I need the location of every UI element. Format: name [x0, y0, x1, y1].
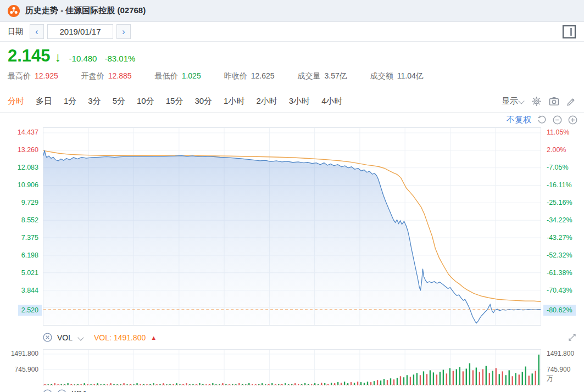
tab-1分[interactable]: 1分: [64, 96, 76, 107]
axis-label: 2.00%: [547, 146, 566, 154]
no-adjust-link[interactable]: 不复权: [507, 115, 531, 125]
date-toolbar: 日期 ‹ 2019/01/17 ›: [0, 22, 584, 42]
display-label: 显示: [502, 96, 518, 105]
tab-3小时[interactable]: 3小时: [289, 96, 310, 107]
date-label: 日期: [8, 27, 23, 37]
axis-label: 6.198: [21, 251, 38, 259]
price-chart-plot[interactable]: [43, 127, 541, 326]
stat-label: 成交量: [298, 71, 321, 81]
axis-label: 10.906: [18, 181, 38, 189]
draw-pencil-icon[interactable]: [566, 97, 576, 107]
quote-stats: 最高价12.925开盘价12.885最低价1.025昨收价12.625成交量3.…: [8, 71, 576, 81]
indicator-dropdown[interactable]: [77, 333, 84, 343]
app-logo: [8, 5, 20, 17]
stat-item: 昨收价12.625: [224, 71, 275, 81]
display-dropdown[interactable]: 显示: [502, 96, 524, 107]
date-input[interactable]: 2019/01/17: [47, 24, 113, 39]
vol-value: VOL: 1491.800: [94, 333, 146, 342]
screenshot-camera-icon[interactable]: [549, 96, 559, 107]
volume-chart-plot[interactable]: [43, 349, 541, 385]
stat-value: 3.57亿: [325, 71, 347, 81]
tab-3分[interactable]: 3分: [88, 96, 101, 107]
title-bar: 历史走势 - 佳源国际控股 (02768): [0, 0, 584, 22]
tab-分时[interactable]: 分时: [8, 96, 24, 107]
percent-axis-right: 11.05%2.00%-7.05%-16.11%-25.16%-34.22%-4…: [541, 127, 584, 326]
settings-gear-icon[interactable]: [531, 96, 542, 107]
prev-date-button[interactable]: ‹: [30, 24, 44, 39]
vol-up-triangle-icon: ▲: [151, 334, 157, 341]
side-panel-toggle-icon[interactable]: [562, 25, 576, 39]
stat-item: 最高价12.925: [8, 71, 58, 81]
volume-row: 1491.800745.900 1491.800745.900万: [0, 349, 584, 385]
axis-label: 2.520: [18, 305, 42, 316]
stat-label: 最低价: [155, 71, 178, 81]
stat-value: 11.04亿: [397, 71, 424, 81]
window-title: 历史走势 - 佳源国际控股 (02768): [25, 5, 146, 16]
axis-label: -70.43%: [547, 287, 572, 294]
down-arrow-icon: ↓: [55, 51, 62, 64]
axis-label: 12.083: [18, 164, 38, 171]
stat-value: 1.025: [182, 71, 201, 81]
price-change: -10.480: [69, 54, 97, 63]
axis-label: 万: [547, 374, 553, 383]
axis-label: -80.62%: [543, 305, 576, 316]
axis-label: 7.375: [21, 234, 38, 242]
indicator-name: KDJ: [71, 389, 86, 392]
chevron-down-icon: [519, 98, 524, 103]
tab-2小时[interactable]: 2小时: [256, 96, 277, 107]
stat-label: 最高价: [8, 71, 31, 81]
zoom-out-icon[interactable]: [553, 115, 562, 125]
tab-10分[interactable]: 10分: [137, 96, 154, 107]
close-indicator-icon[interactable]: [43, 333, 52, 342]
tab-多日[interactable]: 多日: [36, 96, 52, 107]
period-tabs: 分时多日1分3分5分10分15分30分1小时2小时3小时4小时: [8, 96, 342, 107]
axis-label: -61.38%: [547, 269, 572, 277]
tab-30分[interactable]: 30分: [194, 96, 212, 107]
expand-icon[interactable]: [568, 333, 576, 341]
kdj-row-clipped: KDJ: [0, 385, 584, 392]
tab-1小时[interactable]: 1小时: [224, 96, 244, 107]
zoom-in-icon[interactable]: [568, 115, 577, 125]
stat-value: 12.925: [35, 71, 58, 81]
stat-label: 成交额: [370, 71, 393, 81]
stat-value: 12.885: [108, 71, 132, 81]
price-axis-left: 14.43713.26012.08310.9069.7298.5527.3756…: [0, 127, 43, 326]
next-date-button[interactable]: ›: [116, 24, 131, 39]
axis-label: 1491.800: [547, 350, 574, 357]
axis-label: 745.900: [547, 366, 570, 373]
axis-label: 8.552: [21, 216, 38, 224]
volume-axis-right: 1491.800745.900万: [541, 349, 584, 385]
adjust-row: 不复权: [0, 113, 584, 127]
chevron-down-icon: [79, 334, 84, 339]
axis-label: -52.32%: [547, 251, 572, 259]
axis-label: 3.844: [21, 287, 38, 294]
close-indicator-icon[interactable]: [43, 389, 52, 392]
last-price: 2.145: [8, 47, 51, 64]
axis-label: -16.11%: [547, 181, 572, 189]
stat-item: 最低价1.025: [155, 71, 201, 81]
axis-label: -7.05%: [547, 164, 569, 171]
indicator-dropdown[interactable]: [57, 389, 66, 392]
vol-header: VOL VOL: 1491.800 ▲: [0, 326, 584, 349]
axis-label: -43.27%: [547, 234, 572, 242]
stat-item: 成交额11.04亿: [370, 71, 424, 81]
axis-label: 1491.800: [11, 350, 38, 357]
tab-15分[interactable]: 15分: [166, 96, 183, 107]
tab-5分[interactable]: 5分: [113, 96, 125, 107]
axis-label: 9.729: [21, 199, 38, 206]
price-change-percent: -83.01%: [104, 54, 135, 63]
undo-icon[interactable]: [537, 115, 547, 125]
axis-label: 11.05%: [547, 128, 569, 136]
period-tabbar: 分时多日1分3分5分10分15分30分1小时2小时3小时4小时 显示: [0, 91, 584, 113]
axis-label: 5.021: [21, 269, 38, 277]
axis-label: -34.22%: [547, 216, 572, 224]
quote-panel: 2.145 ↓ -10.480 -83.01% 最高价12.925开盘价12.8…: [0, 42, 584, 91]
stat-label: 开盘价: [81, 71, 104, 81]
main-chart-row: 14.43713.26012.08310.9069.7298.5527.3756…: [0, 127, 584, 326]
stat-item: 成交量3.57亿: [298, 71, 347, 81]
axis-label: 14.437: [18, 128, 38, 136]
indicator-name: VOL: [57, 333, 73, 342]
stat-label: 昨收价: [224, 71, 247, 81]
axis-label: 745.900: [15, 366, 38, 373]
tab-4小时[interactable]: 4小时: [321, 96, 342, 107]
